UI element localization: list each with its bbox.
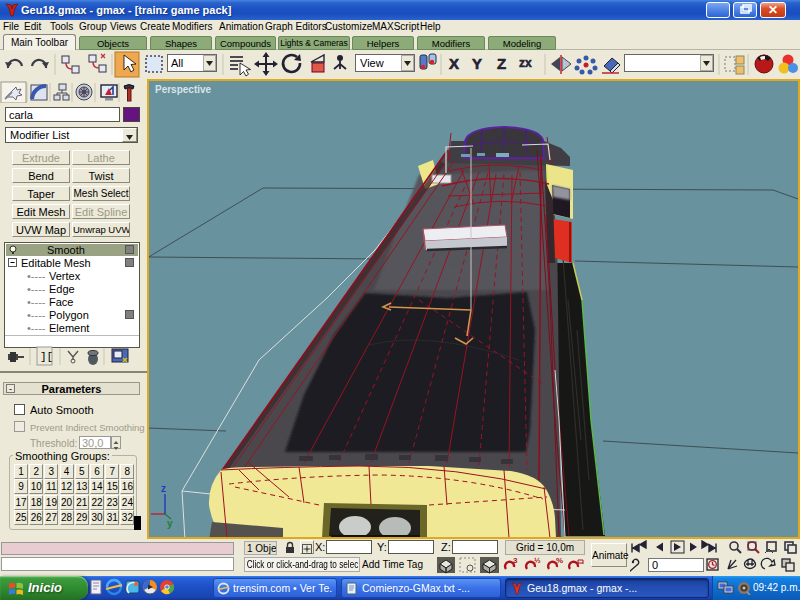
svg-text:zx: zx — [519, 56, 532, 70]
svg-text:y: y — [167, 518, 173, 529]
svg-text:½: ½ — [534, 556, 541, 565]
svg-text:3: 3 — [513, 556, 518, 565]
svg-text:][: ][ — [40, 351, 53, 363]
svg-text:z: z — [161, 483, 166, 494]
svg-text:X: X — [449, 55, 459, 72]
svg-text:Perspective: Perspective — [155, 84, 212, 95]
svg-text:Z: Z — [497, 55, 506, 72]
svg-text:Y: Y — [472, 55, 482, 72]
svg-text:%: % — [556, 556, 563, 565]
